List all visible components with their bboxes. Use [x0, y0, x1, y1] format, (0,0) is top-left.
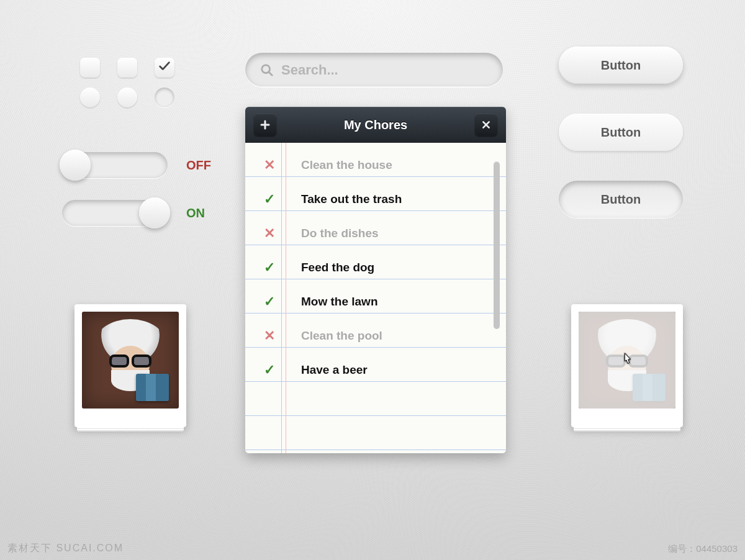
slider-knob[interactable]: [139, 197, 170, 228]
chore-row[interactable]: ✓Mow the lawn: [245, 284, 506, 318]
chore-row[interactable]: ✕Clean the pool: [245, 318, 506, 353]
search-icon: [260, 63, 274, 77]
add-button[interactable]: [254, 114, 276, 136]
check-icon: ✓: [263, 191, 276, 207]
chores-header: My Chores: [245, 107, 506, 143]
checkbox-3-checked[interactable]: [155, 58, 174, 78]
polaroid-right-hover[interactable]: [571, 304, 683, 427]
pointer-cursor-icon: [620, 352, 634, 368]
x-icon: ✕: [263, 328, 276, 344]
scrollbar[interactable]: [494, 161, 500, 329]
button-flat[interactable]: Button: [559, 114, 683, 151]
search-input[interactable]: [281, 62, 488, 78]
slider-knob[interactable]: [60, 150, 91, 181]
slider-off[interactable]: [62, 152, 168, 178]
check-icon: ✓: [263, 362, 276, 378]
search-field[interactable]: [245, 53, 503, 87]
chores-card: My Chores ✕Clean the house✓Take out the …: [245, 107, 506, 453]
button-column: Button Button Button: [559, 47, 683, 218]
button-raised[interactable]: Button: [559, 47, 683, 84]
chore-text: Have a beer: [290, 363, 368, 377]
toggle-grid: [71, 53, 183, 112]
avatar-image: [82, 312, 179, 409]
chore-row[interactable]: ✕Clean the house: [245, 148, 506, 182]
polaroid-left[interactable]: [74, 304, 186, 427]
chore-row[interactable]: ✓Take out the trash: [245, 182, 506, 216]
chore-row[interactable]: ✓Feed the dog: [245, 250, 506, 284]
x-icon: ✕: [263, 225, 276, 242]
chore-text: Do the dishes: [290, 227, 379, 240]
watermark-left: 素材天下 SUCAI.COM: [7, 542, 124, 555]
chore-text: Take out the trash: [290, 192, 402, 206]
slider-off-label: OFF: [186, 158, 211, 173]
x-icon: ✕: [263, 157, 276, 173]
watermark-right: 编号：04450303: [668, 543, 738, 555]
slider-on-label: ON: [186, 206, 205, 220]
chore-text: Clean the pool: [290, 329, 382, 343]
check-icon: ✓: [263, 260, 276, 276]
svg-line-1: [269, 71, 273, 75]
radio-1[interactable]: [80, 88, 100, 107]
close-button[interactable]: [475, 114, 497, 136]
radio-2[interactable]: [117, 88, 137, 107]
chores-title: My Chores: [344, 118, 407, 132]
plus-icon: [260, 119, 271, 130]
chores-list: ✕Clean the house✓Take out the trash✕Do t…: [245, 143, 506, 453]
chore-row[interactable]: ✕Do the dishes: [245, 216, 506, 250]
slider-on[interactable]: [62, 200, 168, 226]
check-icon: ✓: [263, 294, 276, 310]
slider-group: OFF ON: [62, 152, 211, 226]
chore-row[interactable]: ✓Have a beer: [245, 353, 506, 387]
chore-text: Feed the dog: [290, 261, 374, 274]
avatar-image-dim: [579, 312, 675, 409]
chore-text: Clean the house: [290, 158, 392, 172]
close-icon: [481, 120, 491, 130]
checkbox-1[interactable]: [80, 58, 100, 78]
checkbox-2[interactable]: [117, 58, 137, 78]
radio-3-hollow[interactable]: [155, 88, 174, 107]
chore-text: Mow the lawn: [290, 295, 378, 309]
button-inset[interactable]: Button: [559, 181, 683, 218]
